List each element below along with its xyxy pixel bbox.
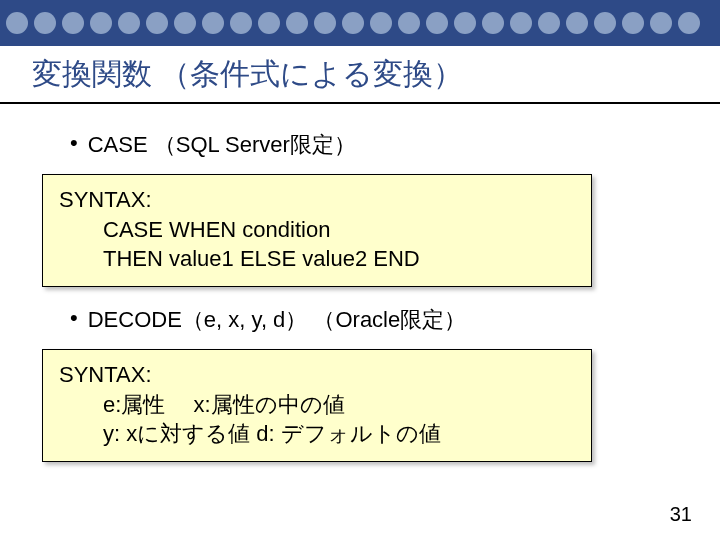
page-number: 31: [670, 503, 692, 526]
content-area: • CASE （SQL Server限定） SYNTAX: CASE WHEN …: [0, 104, 720, 462]
dot-icon: [90, 12, 112, 34]
dot-icon: [398, 12, 420, 34]
dot-icon: [594, 12, 616, 34]
syntax-line: THEN value1 ELSE value2 END: [59, 244, 575, 274]
dot-icon: [538, 12, 560, 34]
title-bar: 変換関数 （条件式による変換）: [0, 46, 720, 104]
dot-icon: [202, 12, 224, 34]
syntax-label: SYNTAX:: [59, 360, 575, 390]
dot-icon: [454, 12, 476, 34]
dot-icon: [510, 12, 532, 34]
dot-icon: [62, 12, 84, 34]
syntax-line: e:属性 x:属性の中の値: [59, 390, 575, 420]
dot-icon: [34, 12, 56, 34]
dot-icon: [118, 12, 140, 34]
syntax-box-case: SYNTAX: CASE WHEN condition THEN value1 …: [42, 174, 592, 287]
dot-icon: [426, 12, 448, 34]
dot-icon: [566, 12, 588, 34]
bullet-decode: • DECODE（e, x, y, d） （Oracle限定）: [70, 305, 662, 335]
syntax-line: y: xに対する値 d: デフォルトの値: [59, 419, 575, 449]
dot-icon: [230, 12, 252, 34]
dot-icon: [146, 12, 168, 34]
dot-icon: [314, 12, 336, 34]
dot-icon: [174, 12, 196, 34]
dot-icon: [482, 12, 504, 34]
syntax-label: SYNTAX:: [59, 185, 575, 215]
dot-icon: [678, 12, 700, 34]
syntax-box-decode: SYNTAX: e:属性 x:属性の中の値 y: xに対する値 d: デフォルト…: [42, 349, 592, 462]
syntax-line: CASE WHEN condition: [59, 215, 575, 245]
slide-title: 変換関数 （条件式による変換）: [32, 54, 463, 95]
bullet-marker-icon: •: [70, 305, 78, 335]
dot-icon: [286, 12, 308, 34]
dot-icon: [6, 12, 28, 34]
dot-icon: [258, 12, 280, 34]
header-dots-bar: [0, 0, 720, 46]
bullet-marker-icon: •: [70, 130, 78, 160]
dot-icon: [370, 12, 392, 34]
bullet-text: DECODE（e, x, y, d） （Oracle限定）: [88, 305, 467, 335]
dot-icon: [342, 12, 364, 34]
bullet-text: CASE （SQL Server限定）: [88, 130, 356, 160]
dot-icon: [650, 12, 672, 34]
dot-icon: [622, 12, 644, 34]
bullet-case: • CASE （SQL Server限定）: [70, 130, 662, 160]
